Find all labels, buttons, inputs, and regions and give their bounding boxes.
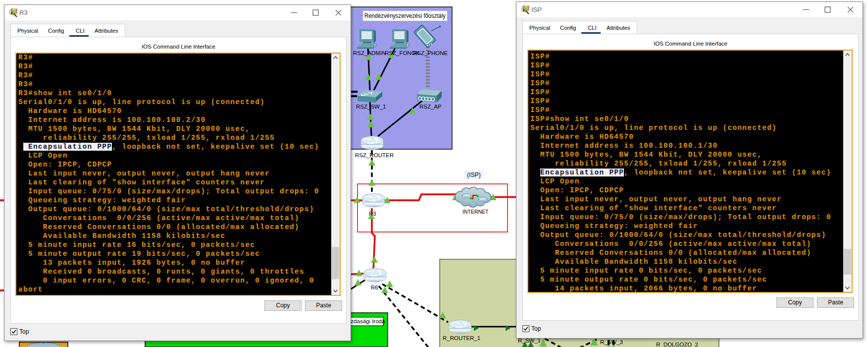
svg-text:R3: R3 bbox=[369, 211, 376, 217]
svg-text:R_ROUTER_1: R_ROUTER_1 bbox=[443, 335, 480, 341]
svg-text:RSZ_AP: RSZ_AP bbox=[419, 104, 442, 110]
svg-text:RSZ_SW_1: RSZ_SW_1 bbox=[356, 104, 386, 110]
svg-text:R_SW_3: R_SW_3 bbox=[600, 339, 623, 345]
svg-text:RSZ_ROUTER: RSZ_ROUTER bbox=[355, 152, 394, 158]
svg-text:(ISP): (ISP) bbox=[467, 172, 480, 178]
svg-text:R6: R6 bbox=[371, 285, 378, 290]
svg-text:RSZ_PHONE: RSZ_PHONE bbox=[413, 50, 448, 56]
svg-text:RSZ_ADMIN: RSZ_ADMIN bbox=[353, 50, 386, 56]
svg-text:Rendezvényszervezési főosztály: Rendezvényszervezési főosztály bbox=[364, 12, 446, 19]
svg-text:R_DOLGOZO_2: R_DOLGOZO_2 bbox=[656, 342, 698, 347]
svg-text:INTERNET: INTERNET bbox=[462, 209, 489, 215]
